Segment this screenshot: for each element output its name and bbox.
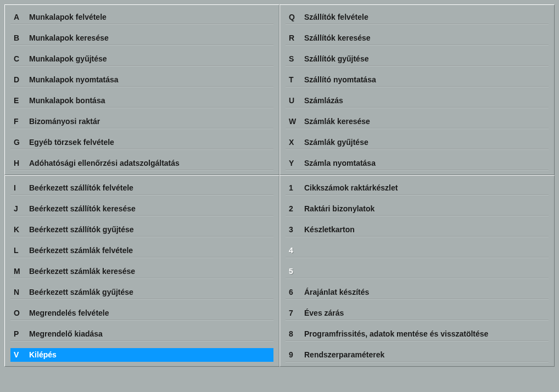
menu-item-w[interactable]: WSzámlák keresése [286,115,549,128]
menu-item-label: Számlázás [301,94,343,108]
menu-item-key: 5 [286,265,301,278]
menu-item-label: Programfrissités, adatok mentése és viss… [301,327,488,341]
menu-item-key: N [10,285,26,299]
menu-item-label: Megrendelő kiadása [26,327,103,341]
menu-item-key: O [10,306,26,320]
menu-item-label: Beérkezett számlák gyűjtése [26,285,133,299]
menu-item-t[interactable]: TSzállító nyomtatása [286,73,549,87]
menu-item-i[interactable]: IBeérkezett szállítók felvétele [10,181,273,195]
menu-item-key: S [286,52,301,66]
menu-item-label: Számlák gyűjtése [301,136,368,149]
menu-item-v[interactable]: VKilépés [10,348,273,362]
menu-item-key: V [10,348,26,362]
menu-item-label: Egyéb törzsek felvétele [26,136,114,149]
menu-item-label: Beérkezett szállítók keresése [26,202,136,216]
menu-item-key: L [10,244,26,257]
menu-item-label: Megrendelés felvétele [26,306,109,320]
menu-item-2[interactable]: 2Raktári bizonylatok [286,202,549,216]
menu-item-key: M [10,265,26,278]
menu-item-key: E [10,94,26,108]
menu-item-j[interactable]: JBeérkezett szállítók keresése [10,202,273,216]
menu-item-label: Szállítók keresése [301,31,371,45]
menu-item-e[interactable]: EMunkalapok bontása [10,94,273,108]
menu-item-key: T [286,73,301,87]
menu-item-label: Adóhatósági ellenőrzési adatszolgáltatás [26,156,180,170]
menu-item-r[interactable]: RSzállítók keresése [286,31,549,45]
menu-item-key: 9 [286,348,301,362]
menu-item-6[interactable]: 6Árajánlat készítés [286,285,549,299]
menu-item-q[interactable]: QSzállítók felvétele [286,10,549,24]
menu-item-1[interactable]: 1Cikkszámok raktárkészlet [286,181,549,195]
menu-item-l[interactable]: LBeérkezett számlák felvétele [10,244,273,257]
menu-grid: AMunkalapok felvételeBMunkalapok keresés… [4,4,555,367]
menu-item-label: Számla nyomtatása [301,156,376,170]
menu-panel-bottom-right: 1Cikkszámok raktárkészlet2Raktári bizony… [280,175,555,367]
menu-item-label: Árajánlat készítés [301,285,369,299]
menu-item-o[interactable]: OMegrendelés felvétele [10,306,273,320]
menu-item-key: 2 [286,202,301,216]
menu-item-u[interactable]: USzámlázás [286,94,549,108]
menu-item-label: Rendszerparaméterek [301,348,384,362]
menu-item-label: Bizományosi raktár [26,115,100,128]
menu-item-3[interactable]: 3Készletkarton [286,223,549,237]
menu-item-key: P [10,327,26,341]
menu-item-label: Munkalapok keresése [26,31,109,45]
menu-panel-top-left: AMunkalapok felvételeBMunkalapok keresés… [4,4,280,175]
menu-item-key: D [10,73,26,87]
menu-item-key: K [10,223,26,237]
menu-item-x[interactable]: XSzámlák gyűjtése [286,136,549,149]
menu-item-label: Számlák keresése [301,115,370,128]
menu-item-key: I [10,181,26,195]
menu-item-d[interactable]: DMunkalapok nyomtatása [10,73,273,87]
menu-item-n[interactable]: NBeérkezett számlák gyűjtése [10,285,273,299]
menu-item-label: Beérkezett számlák felvétele [26,244,133,257]
menu-item-4: 4 [286,244,549,257]
menu-panel-top-right: QSzállítók felvételeRSzállítók kereséseS… [280,4,555,175]
menu-item-f[interactable]: FBizományosi raktár [10,115,273,128]
menu-item-label: Munkalapok gyűjtése [26,52,107,66]
menu-item-key: J [10,202,26,216]
menu-item-key: R [286,31,301,45]
menu-item-p[interactable]: PMegrendelő kiadása [10,327,273,341]
menu-panel-bottom-left: IBeérkezett szállítók felvételeJBeérkeze… [4,175,280,367]
menu-item-label: Beérkezett szállítók felvétele [26,181,133,195]
menu-item-key: B [10,31,26,45]
menu-item-5: 5 [286,265,549,278]
menu-item-key: 6 [286,285,301,299]
menu-item-label: Kilépés [26,348,57,362]
menu-item-label: Cikkszámok raktárkészlet [301,181,398,195]
menu-item-key: 1 [286,181,301,195]
menu-item-key: X [286,136,301,149]
menu-item-a[interactable]: AMunkalapok felvétele [10,10,273,24]
menu-item-key: C [10,52,26,66]
menu-item-9[interactable]: 9Rendszerparaméterek [286,348,549,362]
menu-item-label: Munkalapok felvétele [26,10,107,24]
menu-item-y[interactable]: YSzámla nyomtatása [286,156,549,170]
menu-item-key: W [286,115,301,128]
menu-item-label: Munkalapok nyomtatása [26,73,119,87]
menu-item-key: Y [286,156,301,170]
menu-item-key: 4 [286,244,301,257]
menu-item-s[interactable]: SSzállítók gyűjtése [286,52,549,66]
menu-item-b[interactable]: BMunkalapok keresése [10,31,273,45]
menu-item-key: Q [286,10,301,24]
menu-item-label: Munkalapok bontása [26,94,105,108]
menu-item-label: Beérkezett számlák keresése [26,265,135,278]
menu-item-key: 7 [286,306,301,320]
menu-item-g[interactable]: GEgyéb törzsek felvétele [10,136,273,149]
menu-item-label: Szállítók gyűjtése [301,52,368,66]
menu-item-key: A [10,10,26,24]
menu-item-label: Szállítók felvétele [301,10,368,24]
menu-item-label: Beérkezett szállítók gyűjtése [26,223,134,237]
menu-item-key: U [286,94,301,108]
menu-item-m[interactable]: MBeérkezett számlák keresése [10,265,273,278]
menu-item-key: 8 [286,327,301,341]
menu-item-key: G [10,136,26,149]
menu-item-label: Szállító nyomtatása [301,73,376,87]
menu-item-c[interactable]: CMunkalapok gyűjtése [10,52,273,66]
menu-item-k[interactable]: KBeérkezett szállítók gyűjtése [10,223,273,237]
menu-item-h[interactable]: HAdóhatósági ellenőrzési adatszolgáltatá… [10,156,273,170]
menu-item-key: 3 [286,223,301,237]
menu-item-8[interactable]: 8Programfrissités, adatok mentése és vis… [286,327,549,341]
menu-item-7[interactable]: 7Éves zárás [286,306,549,320]
